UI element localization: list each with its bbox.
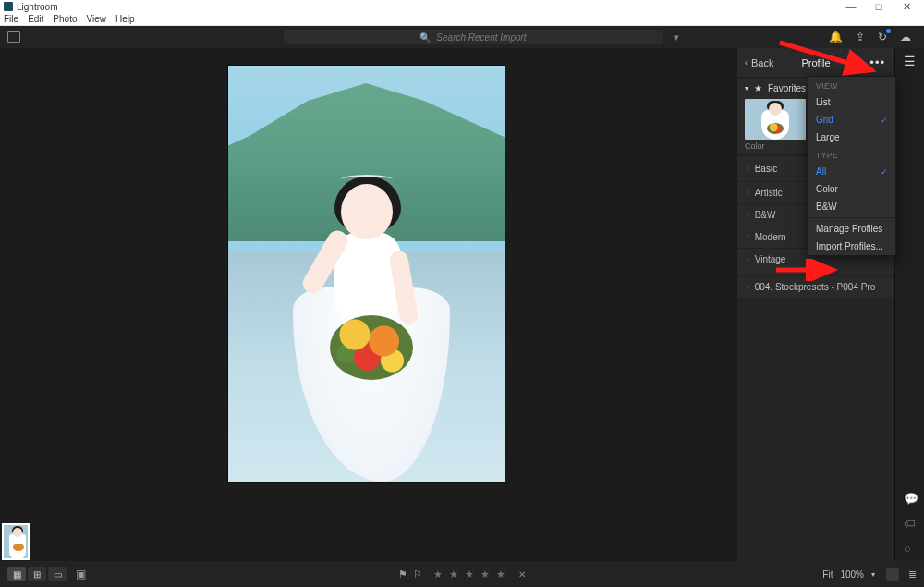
chevron-left-icon: ‹ bbox=[745, 58, 748, 67]
dropdown-item-bw[interactable]: B&W bbox=[808, 198, 895, 215]
photo-preview[interactable] bbox=[227, 65, 505, 483]
left-panel-toggle-icon[interactable] bbox=[7, 31, 20, 43]
section-label: Modern bbox=[755, 232, 786, 242]
window-minimize-button[interactable]: — bbox=[837, 1, 865, 12]
flag-pick-icon[interactable]: ⚑ bbox=[398, 569, 407, 581]
circle-icon[interactable]: ○ bbox=[904, 542, 918, 556]
view-square-button[interactable]: ⊞ bbox=[28, 567, 46, 581]
chevron-right-icon: › bbox=[747, 283, 749, 291]
section-label: Artistic bbox=[755, 188, 783, 198]
right-panels: ‹ Back Profile ••• ▾ ★ Favorites Color bbox=[737, 48, 924, 561]
profile-panel: ‹ Back Profile ••• ▾ ★ Favorites Color bbox=[737, 48, 894, 561]
title-bar: Lightroom — □ ✕ bbox=[0, 0, 924, 13]
back-label: Back bbox=[751, 57, 773, 68]
app-icon bbox=[4, 2, 13, 11]
menu-view[interactable]: View bbox=[87, 14, 107, 24]
dropdown-item-large[interactable]: Large bbox=[808, 128, 895, 146]
reject-icon[interactable]: ✕ bbox=[518, 569, 526, 580]
section-label: Basic bbox=[755, 164, 777, 174]
dropdown-item-list[interactable]: List bbox=[808, 93, 895, 111]
edit-sliders-icon[interactable]: ☰ bbox=[904, 54, 916, 68]
menu-photo[interactable]: Photo bbox=[53, 14, 77, 24]
profile-options-menu: VIEW List Grid✓ Large TYPE All✓ Color B&… bbox=[808, 76, 896, 256]
filmstrip-toggle-icon[interactable]: ≣ bbox=[908, 569, 917, 581]
back-button[interactable]: ‹ Back bbox=[745, 57, 773, 68]
edit-tools-rail: ☰ bbox=[894, 48, 924, 561]
rating-stars[interactable]: ★ ★ ★ ★ ★ bbox=[433, 569, 507, 581]
fit-label: Fit bbox=[822, 569, 833, 580]
dropdown-item-import-profiles[interactable]: Import Profiles... bbox=[808, 238, 895, 255]
window-close-button[interactable]: ✕ bbox=[893, 1, 920, 13]
dropdown-type-header: TYPE bbox=[808, 146, 895, 163]
search-icon: 🔍 bbox=[419, 32, 431, 43]
menu-file[interactable]: File bbox=[4, 14, 18, 24]
chevron-down-icon: ▾ bbox=[745, 84, 748, 92]
chevron-right-icon: › bbox=[747, 189, 749, 197]
check-icon: ✓ bbox=[881, 167, 888, 177]
canvas-area[interactable] bbox=[0, 48, 737, 561]
zoom-control[interactable]: Fit 100% ▾ bbox=[822, 569, 875, 580]
bottom-center-controls: ⚑ ⚐ ★ ★ ★ ★ ★ ✕ bbox=[398, 569, 526, 581]
svg-line-0 bbox=[780, 43, 872, 70]
filter-icon[interactable]: ▾ bbox=[674, 31, 679, 43]
section-label: 004. Stockpresets - P004 Pro bbox=[755, 282, 876, 292]
flag-unpick-icon[interactable]: ⚐ bbox=[413, 569, 422, 581]
tag-icon[interactable]: 🏷 bbox=[904, 517, 918, 531]
dropdown-item-grid[interactable]: Grid✓ bbox=[808, 111, 895, 128]
zoom-value: 100% bbox=[840, 569, 864, 580]
view-mode-switch: ▦ ⊞ ▭ bbox=[7, 567, 67, 581]
main-area: ‹ Back Profile ••• ▾ ★ Favorites Color bbox=[0, 48, 924, 561]
window-maximize-button[interactable]: □ bbox=[865, 1, 893, 12]
chevron-right-icon: › bbox=[747, 165, 749, 173]
star-icon: ★ bbox=[754, 83, 762, 93]
favorites-label: Favorites bbox=[768, 83, 806, 93]
menu-help[interactable]: Help bbox=[116, 14, 135, 24]
search-input[interactable]: 🔍 Search Recent Import bbox=[284, 30, 663, 44]
filmstrip-thumbnail[interactable] bbox=[2, 523, 30, 560]
dropdown-item-manage-profiles[interactable]: Manage Profiles bbox=[808, 220, 895, 238]
annotation-arrow-to-more bbox=[776, 37, 896, 83]
chevron-down-icon: ▾ bbox=[871, 570, 875, 579]
menu-bar: File Edit Photo View Help bbox=[0, 13, 924, 26]
chevron-right-icon: › bbox=[747, 211, 749, 219]
chevron-right-icon: › bbox=[747, 255, 749, 263]
section-label: B&W bbox=[755, 210, 776, 220]
menu-edit[interactable]: Edit bbox=[28, 14, 43, 24]
check-icon: ✓ bbox=[881, 116, 888, 125]
thumb-label: Color bbox=[745, 141, 806, 151]
view-single-button[interactable]: ▭ bbox=[48, 567, 67, 581]
profile-thumb-color[interactable]: Color bbox=[745, 99, 806, 151]
info-panel-toggle[interactable] bbox=[886, 568, 899, 581]
bottom-toolbar: ▦ ⊞ ▭ ▣ ⚑ ⚐ ★ ★ ★ ★ ★ ✕ Fit 100% ▾ ≣ bbox=[0, 561, 924, 587]
right-action-icons: 💬 🏷 ○ bbox=[904, 492, 918, 556]
dropdown-item-color[interactable]: Color bbox=[808, 180, 895, 198]
cloud-sync-icon[interactable]: ☁ bbox=[900, 31, 911, 43]
view-grid-button[interactable]: ▦ bbox=[7, 567, 26, 581]
search-placeholder: Search Recent Import bbox=[436, 32, 526, 43]
chevron-right-icon: › bbox=[747, 233, 749, 241]
stack-icon[interactable]: ▣ bbox=[76, 568, 86, 581]
app-title: Lightroom bbox=[17, 2, 57, 12]
comment-icon[interactable]: 💬 bbox=[904, 492, 918, 506]
dropdown-item-all[interactable]: All✓ bbox=[808, 163, 895, 180]
annotation-arrow-to-import bbox=[774, 259, 848, 281]
